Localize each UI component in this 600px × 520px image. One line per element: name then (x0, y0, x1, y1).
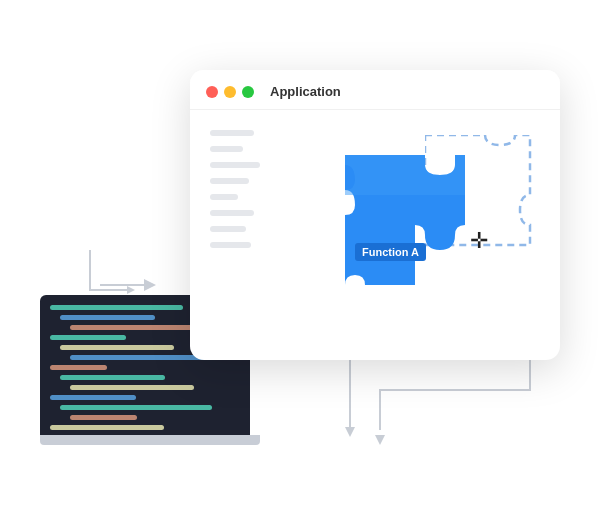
code-line (50, 425, 164, 430)
window-title: Application (270, 84, 341, 99)
window-titlebar: Application (190, 70, 560, 110)
app-window: Application (190, 70, 560, 360)
code-line (50, 365, 107, 370)
laptop-base (40, 435, 260, 445)
window-body: ✛ Function A (190, 110, 560, 354)
code-line (50, 395, 136, 400)
function-label: Function A (355, 243, 426, 261)
code-line (60, 375, 165, 380)
code-line (60, 345, 174, 350)
maximize-button-dot[interactable] (242, 86, 254, 98)
scene: Application (40, 50, 560, 470)
code-line (50, 335, 126, 340)
close-button-dot[interactable] (206, 86, 218, 98)
code-line (60, 315, 155, 320)
traffic-lights (206, 86, 254, 98)
svg-marker-2 (345, 427, 355, 437)
svg-marker-0 (375, 435, 385, 445)
sidebar-lines (210, 130, 265, 258)
code-line (70, 415, 137, 420)
puzzle-area: ✛ Function A (325, 125, 545, 335)
svg-marker-1 (127, 286, 135, 294)
code-line (70, 385, 194, 390)
code-line (60, 405, 212, 410)
move-cursor-icon: ✛ (470, 230, 488, 252)
minimize-button-dot[interactable] (224, 86, 236, 98)
code-line (50, 305, 183, 310)
puzzle-blue[interactable] (345, 155, 485, 310)
code-line (70, 355, 213, 360)
